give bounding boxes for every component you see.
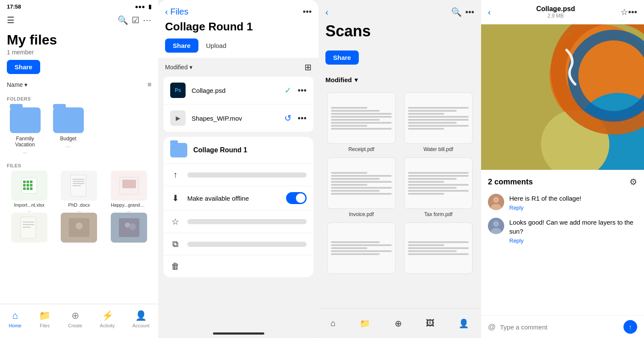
folder-name: Collage Round 1 <box>193 146 247 154</box>
svg-point-22 <box>76 222 83 229</box>
file-name: PhD .docx <box>68 202 90 208</box>
time-display: 17:58 <box>7 3 21 10</box>
share-button[interactable]: Share <box>325 50 359 65</box>
nav-label-activity: Activity <box>100 323 115 328</box>
chevron-left-icon: ‹ <box>165 7 168 16</box>
upload-button[interactable]: Upload <box>203 39 230 53</box>
folder-name: Budget <box>60 136 76 142</box>
back-button[interactable]: ‹ <box>325 7 328 17</box>
offline-label: Make available offline <box>187 195 279 202</box>
file-more-button[interactable]: ••• <box>298 86 307 95</box>
file-item-photo2[interactable] <box>106 213 151 243</box>
file-item-note[interactable] <box>7 213 52 243</box>
list-view-icon[interactable]: ≡ <box>148 81 151 89</box>
reply-button-1[interactable]: Reply <box>509 205 637 211</box>
file-more[interactable]: ... <box>27 208 31 213</box>
nav-person-button[interactable]: 👤 <box>458 318 469 329</box>
sort-label[interactable]: Modified ▾ <box>165 64 192 71</box>
star-button[interactable]: ☆ <box>620 7 628 17</box>
folders-label: FOLDERS <box>7 96 31 101</box>
menu-item-offline[interactable]: ⬇ Make available offline <box>163 186 313 210</box>
photoshop-icon: Ps <box>170 83 186 98</box>
nav-image-button[interactable]: 🖼 <box>426 318 434 328</box>
comment-item-2: Looks good! Can we add more layers to th… <box>488 218 637 244</box>
scan-item-waterbill[interactable]: Water bill.pdf <box>402 92 474 152</box>
nav-home-button[interactable]: ⌂ <box>331 318 336 328</box>
file-name: Collage.psd <box>192 87 278 94</box>
file-thumbnail-docx <box>61 171 97 201</box>
search-button[interactable]: 🔍 <box>118 15 128 25</box>
avatar-2 <box>488 218 504 234</box>
menu-item-star[interactable]: ☆ <box>163 210 313 233</box>
search-button[interactable]: 🔍 <box>451 7 462 17</box>
grid-view-icon[interactable]: ⊞ <box>304 62 312 72</box>
checkmark-button[interactable]: ☑ <box>132 15 139 25</box>
svg-rect-9 <box>30 187 32 190</box>
file-item-photo1[interactable] <box>57 213 102 243</box>
share-button[interactable]: Share <box>165 39 198 53</box>
account-icon: 👤 <box>135 310 147 321</box>
comment-item-1: Here is R1 of the collage! Reply <box>488 194 637 211</box>
scan-item-6[interactable] <box>402 222 474 274</box>
folder-item-budget[interactable]: Budget ... <box>50 107 86 154</box>
file-preview-image: 〜 <box>481 24 644 170</box>
scan-item-invoice[interactable]: Invoice.pdf <box>325 157 397 217</box>
scan-item-receipt[interactable]: Receipt.pdf <box>325 92 397 152</box>
nav-item-home[interactable]: ⌂ Home <box>9 310 21 328</box>
folders-grid: Fanmily Vacation ... Budget ... <box>0 104 158 158</box>
back-button[interactable]: ‹ <box>488 7 491 17</box>
file-row-collage-psd[interactable]: Ps Collage.psd ✓ ••• <box>163 77 313 104</box>
menu-item-trash[interactable]: 🗑 <box>163 255 313 277</box>
svg-rect-17 <box>21 217 36 238</box>
settings-icon[interactable]: ⚙ <box>629 177 637 187</box>
menu-item-share[interactable]: ↑ <box>163 163 313 186</box>
reply-button-2[interactable]: Reply <box>509 237 637 244</box>
offline-toggle[interactable] <box>286 192 307 204</box>
file-item-pptx[interactable]: Happy...grandma.pptx ... <box>106 171 151 213</box>
scan-item-taxform[interactable]: Tax form.pdf <box>402 157 474 217</box>
more-button[interactable]: ⋯ <box>143 15 151 25</box>
file-item-docx[interactable]: PhD .docx ... <box>57 171 102 213</box>
folder-item-family-vacation[interactable]: Fanmily Vacation ... <box>7 107 43 154</box>
page-title: My files <box>7 32 151 48</box>
scan-name: Receipt.pdf <box>349 146 375 152</box>
more-button[interactable]: ••• <box>628 7 637 17</box>
nav-item-account[interactable]: 👤 Account <box>133 310 150 328</box>
nav-folder-button[interactable]: 📁 <box>360 318 370 329</box>
folder-more[interactable]: ... <box>66 142 70 148</box>
bottom-navigation: ⌂ 📁 ⊕ 🖼 👤 <box>319 308 481 338</box>
file-more[interactable]: ... <box>127 208 131 213</box>
menu-text <box>187 172 307 178</box>
file-item-xlsx[interactable]: Import...nt.xlsx ... <box>7 171 52 213</box>
home-indicator <box>213 332 264 335</box>
panel-collage-round: ‹ Files ••• Collage Round 1 Share Upload… <box>158 0 319 338</box>
send-button[interactable]: ↑ <box>623 320 637 334</box>
nav-item-activity[interactable]: ⚡ Activity <box>100 310 115 328</box>
file-more-button[interactable]: ••• <box>298 113 307 123</box>
scan-item-5[interactable] <box>325 222 397 274</box>
nav-item-files[interactable]: 📁 Files <box>39 310 50 328</box>
comment-input[interactable] <box>500 323 619 331</box>
back-label: Files <box>170 7 188 16</box>
file-more[interactable]: ... <box>77 208 81 213</box>
folder-icon-small <box>170 143 187 157</box>
file-row-shapes-mov[interactable]: ▶ Shapes_WIP.mov ↺ ••• <box>163 104 313 132</box>
name-sort-label[interactable]: Name ▾ <box>7 81 27 88</box>
sort-label[interactable]: Modified <box>325 76 352 83</box>
nav-plus-button[interactable]: ⊕ <box>395 318 402 329</box>
menu-item-copy[interactable]: ⧉ <box>163 233 313 255</box>
more-options-button[interactable]: ••• <box>303 7 312 17</box>
nav-item-create[interactable]: ⊕ Create <box>68 310 82 328</box>
menu-button[interactable]: ☰ <box>7 15 15 25</box>
share-button[interactable]: Share <box>7 60 40 74</box>
folder-more[interactable]: ... <box>23 148 27 154</box>
panel2-title: Collage Round 1 <box>165 20 312 33</box>
more-button[interactable]: ••• <box>465 7 474 17</box>
menu-text <box>187 242 307 247</box>
svg-rect-8 <box>27 187 29 190</box>
filename: Collage.psd <box>536 5 575 13</box>
copy-icon: ⧉ <box>170 239 180 249</box>
back-button[interactable]: ‹ Files <box>165 7 188 17</box>
scan-thumbnail <box>404 157 473 209</box>
offline-icon: ⬇ <box>170 193 180 203</box>
